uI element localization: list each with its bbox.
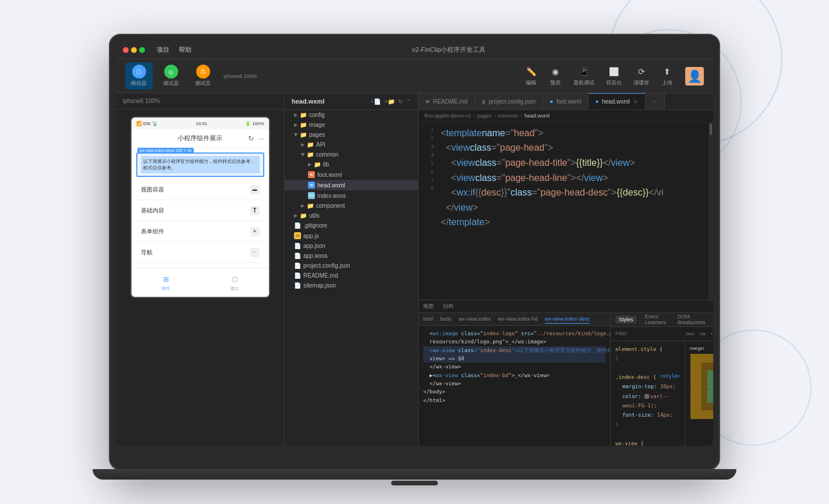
folder-icon: 📁	[300, 212, 307, 219]
tree-item-appjson[interactable]: 📄 app.json	[285, 241, 418, 251]
css-rules: element.style { } .index-desc { <style>	[611, 341, 685, 446]
tree-item-pages[interactable]: ▶ 📁 pages	[285, 130, 418, 140]
tab-readme[interactable]: M README.md	[419, 93, 475, 109]
box-border-bottom: -	[704, 403, 713, 407]
code-content[interactable]: <template name="head"> <view class="page…	[436, 122, 708, 300]
tree-item-lib[interactable]: ▶ 📁 lib	[285, 159, 418, 169]
new-folder-icon[interactable]: +📁	[384, 98, 395, 105]
window-maximize-button[interactable]	[139, 47, 145, 53]
upload-action[interactable]: ⬆ 上传	[661, 65, 674, 87]
clear-cache-label: 清缓存	[633, 79, 649, 87]
html-code-line-2: resources/kind/logo.png">_</wx:image>	[423, 338, 605, 346]
list-item-form[interactable]: 表单组件 ≡	[136, 221, 264, 242]
list-item-nav[interactable]: 导航 ···	[136, 242, 264, 263]
preview-action[interactable]: ◉ 预览	[549, 65, 562, 87]
refresh-tree-icon[interactable]: ↻	[398, 98, 403, 105]
simulator-header: iphone6 100%	[116, 93, 284, 109]
tree-item-sitemap[interactable]: 📄 sitemap.json	[285, 281, 418, 290]
tree-item-readme[interactable]: 📄 README.md	[285, 271, 418, 281]
tree-item-project-config[interactable]: 📄 project.config.json	[285, 261, 418, 271]
phone-tab-api[interactable]: ⬡ 接口	[200, 268, 269, 297]
css-rule-element: element.style { }	[615, 345, 680, 363]
simulator-button[interactable]: ☐ 模拟器	[125, 62, 153, 90]
outline-tab[interactable]: 结构	[443, 303, 454, 310]
new-file-icon[interactable]: +📄	[370, 98, 381, 105]
path-tab-body[interactable]: body	[440, 315, 452, 323]
box-padding-bottom: -	[710, 395, 713, 399]
xml-icon: W	[308, 171, 315, 178]
md-icon: 📄	[294, 272, 301, 279]
phone-nav-dots[interactable]: ···	[258, 134, 264, 143]
tab-more[interactable]: ···	[646, 93, 665, 109]
box-margin: - - - -	[690, 354, 713, 419]
test-button[interactable]: 出 测试页	[189, 62, 217, 90]
main-content: iphone6 100% 📶 IDE 📡 10:01 🔋 100%	[116, 93, 713, 446]
box-margin-sides: - - - -	[694, 363, 713, 410]
breadcrumb-root: fino-applet-demo-v2	[424, 113, 471, 119]
phone-nav-refresh[interactable]: ↻	[248, 134, 254, 143]
tree-item-component[interactable]: ▶ 📁 component	[285, 201, 418, 211]
tree-item-gitignore[interactable]: 📄 .gitignore	[285, 221, 418, 230]
html-tab[interactable]: 概图	[423, 303, 434, 310]
toolbar-left: ☐ 模拟器 ◎ 调试器 出 测试页	[125, 62, 217, 90]
tab-close-icon[interactable]: ✕	[633, 99, 638, 105]
scroll-thumb[interactable]	[710, 123, 712, 135]
list-item-basic-content[interactable]: 基础内容 T	[136, 200, 264, 221]
box-margin-top: -	[694, 357, 713, 361]
phone-tab-components[interactable]: ⊞ 组件	[132, 268, 200, 297]
path-tab-wx-index-hd[interactable]: wx-view.index-hd	[498, 315, 538, 323]
tree-item-utils[interactable]: ▶ 📁 utils	[285, 211, 418, 221]
path-tab-wx-index-desc[interactable]: wx-view.index-desc	[545, 315, 590, 324]
styles-tab-dom[interactable]: DOM Breakpoints	[674, 313, 709, 327]
tree-item-common[interactable]: ▶ 📁 common	[285, 150, 418, 159]
user-avatar[interactable]: 👤	[685, 67, 704, 86]
tree-item-image[interactable]: ▶ 📁 image	[285, 120, 418, 130]
folder-icon: 📁	[300, 132, 307, 138]
path-tab-wx-index[interactable]: wx-view.index	[459, 315, 491, 323]
styles-panel: Styles Event Listeners DOM Breakpoints P…	[610, 313, 713, 446]
menu-item-project[interactable]: 项目	[157, 45, 169, 54]
css-source-link[interactable]: <style>	[660, 372, 680, 381]
list-item-view-container[interactable]: 视图容器 ▬	[136, 179, 264, 200]
styles-tab-event[interactable]: Event Listeners	[641, 313, 669, 327]
debugger-button[interactable]: ◎ 调试器	[157, 62, 185, 90]
window-minimize-button[interactable]	[131, 47, 137, 53]
tab-project-config[interactable]: {} project.config.json	[475, 93, 543, 109]
arrow-icon: ▶	[301, 142, 304, 147]
device-debug-action[interactable]: 📱 真机调试	[573, 65, 594, 87]
breadcrumb-pages: pages	[477, 113, 492, 119]
tree-item-api[interactable]: ▶ 📁 API	[285, 140, 418, 150]
tree-item-foot-wxml[interactable]: W foot.wxml	[285, 169, 418, 180]
box-model-diagram: margin 10 - - -	[685, 341, 713, 446]
menu-item-help[interactable]: 帮助	[179, 45, 192, 54]
styles-sub-tabs: Styles Event Listeners DOM Breakpoints P…	[611, 313, 713, 327]
html-code-line-9: </html>	[423, 396, 605, 404]
tree-item-index-wxss[interactable]: WX index.wxss	[285, 190, 418, 201]
box-model-title: margin 10	[690, 346, 713, 352]
tab-foot-wxml[interactable]: ■ foot.wxml	[543, 93, 589, 109]
phone-content: wx-view.index-desc 240 × 44 以下用展示小程序官方组件…	[132, 148, 269, 268]
html-code-view[interactable]: <wx:image class="index-logo" src="../res…	[419, 326, 610, 446]
upload-label: 上传	[662, 79, 672, 87]
file-tree-panel: head.wxml +📄 +📁 ↻ ⌃ ▶ 📁 config	[285, 93, 419, 446]
filter-plus-toggle[interactable]: +	[710, 331, 713, 336]
nav-icon: ···	[250, 248, 260, 257]
styles-filter-input[interactable]	[615, 331, 681, 336]
tree-item-head-wxml[interactable]: W head.wxml	[285, 180, 418, 190]
filter-hov-toggle[interactable]: :hov	[685, 331, 694, 336]
styles-tab-styles[interactable]: Styles	[615, 315, 637, 324]
title-bar: 项目 帮助 v2-FinClip小程序开发工具	[116, 41, 713, 59]
tab-head-wxml[interactable]: ■ head.wxml ✕	[589, 93, 646, 109]
html-devtools-view: html body wx-view.index wx-view.index-hd…	[419, 313, 610, 446]
window-close-button[interactable]	[123, 47, 129, 53]
tree-item-appjs[interactable]: JS app.js	[285, 230, 418, 241]
tree-item-config[interactable]: ▶ 📁 config	[285, 110, 418, 120]
tree-item-appwxss[interactable]: 📄 app.wxss	[285, 251, 418, 261]
filter-cls-toggle[interactable]: .cls	[699, 331, 706, 336]
simulator-panel: iphone6 100% 📶 IDE 📡 10:01 🔋 100%	[116, 93, 285, 446]
path-tab-html[interactable]: html	[423, 315, 433, 323]
background-action[interactable]: ⬜ 切后台	[606, 65, 622, 87]
clear-cache-action[interactable]: ⟳ 清缓存	[633, 65, 649, 87]
edit-action[interactable]: ✏️ 编辑	[525, 65, 537, 87]
collapse-all-icon[interactable]: ⌃	[406, 98, 411, 105]
